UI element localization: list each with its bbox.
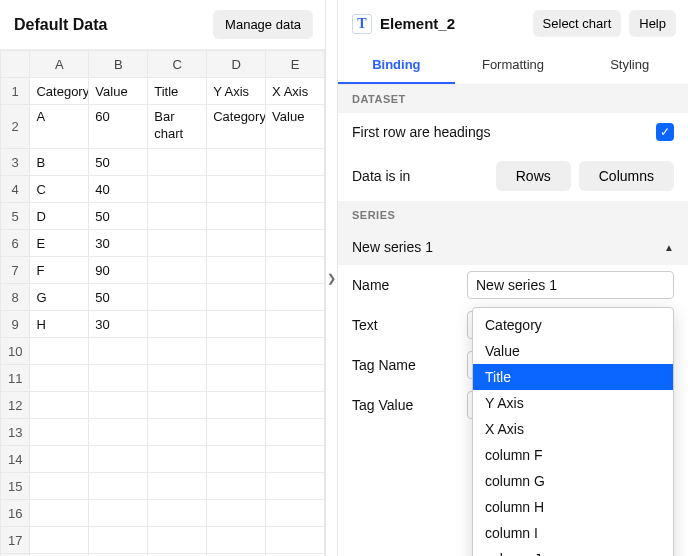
row-header[interactable]: 3 bbox=[1, 149, 30, 176]
seg-columns-button[interactable]: Columns bbox=[579, 161, 674, 191]
cell[interactable] bbox=[207, 149, 266, 176]
cell[interactable] bbox=[266, 419, 325, 446]
cell[interactable]: A bbox=[30, 105, 89, 149]
cell[interactable] bbox=[207, 392, 266, 419]
cell[interactable] bbox=[148, 527, 207, 554]
column-header[interactable]: A bbox=[30, 51, 89, 78]
cell[interactable]: G bbox=[30, 284, 89, 311]
dropdown-option[interactable]: Category bbox=[473, 312, 673, 338]
cell[interactable] bbox=[30, 473, 89, 500]
cell[interactable] bbox=[207, 365, 266, 392]
cell[interactable] bbox=[207, 203, 266, 230]
cell[interactable]: E bbox=[30, 230, 89, 257]
cell[interactable] bbox=[89, 446, 148, 473]
dropdown-option[interactable]: Y Axis bbox=[473, 390, 673, 416]
cell[interactable] bbox=[89, 365, 148, 392]
cell[interactable] bbox=[207, 230, 266, 257]
spreadsheet[interactable]: ABCDE 1CategoryValueTitleY AxisX Axis2A6… bbox=[0, 49, 325, 556]
cell[interactable] bbox=[207, 500, 266, 527]
cell[interactable]: Category bbox=[207, 105, 266, 149]
row-header[interactable]: 8 bbox=[1, 284, 30, 311]
cell[interactable]: Bar chart bbox=[148, 105, 207, 149]
cell[interactable] bbox=[266, 473, 325, 500]
cell[interactable] bbox=[266, 311, 325, 338]
cell[interactable] bbox=[266, 446, 325, 473]
cell[interactable]: X Axis bbox=[266, 78, 325, 105]
collapse-handle[interactable]: ❯ bbox=[327, 260, 337, 296]
cell[interactable] bbox=[266, 203, 325, 230]
series-name-input[interactable]: New series 1 bbox=[467, 271, 674, 299]
cell[interactable] bbox=[30, 338, 89, 365]
cell[interactable] bbox=[148, 500, 207, 527]
cell[interactable]: 40 bbox=[89, 176, 148, 203]
cell[interactable] bbox=[89, 527, 148, 554]
cell[interactable] bbox=[266, 500, 325, 527]
column-header[interactable]: C bbox=[148, 51, 207, 78]
cell[interactable]: 50 bbox=[89, 203, 148, 230]
cell[interactable] bbox=[148, 365, 207, 392]
cell[interactable] bbox=[266, 338, 325, 365]
row-header[interactable]: 9 bbox=[1, 311, 30, 338]
cell[interactable] bbox=[148, 392, 207, 419]
dropdown-option[interactable]: column F bbox=[473, 442, 673, 468]
cell[interactable]: Title bbox=[148, 78, 207, 105]
cell[interactable]: 60 bbox=[89, 105, 148, 149]
panel-divider[interactable]: ❯ bbox=[326, 0, 338, 556]
row-header[interactable]: 11 bbox=[1, 365, 30, 392]
row-header[interactable]: 6 bbox=[1, 230, 30, 257]
cell[interactable] bbox=[207, 446, 266, 473]
column-header[interactable]: E bbox=[266, 51, 325, 78]
row-header[interactable]: 10 bbox=[1, 338, 30, 365]
cell[interactable]: B bbox=[30, 149, 89, 176]
dropdown-option[interactable]: X Axis bbox=[473, 416, 673, 442]
cell[interactable] bbox=[207, 527, 266, 554]
cell[interactable] bbox=[148, 203, 207, 230]
cell[interactable]: H bbox=[30, 311, 89, 338]
row-header[interactable]: 1 bbox=[1, 78, 30, 105]
row-header[interactable]: 7 bbox=[1, 257, 30, 284]
cell[interactable] bbox=[30, 365, 89, 392]
cell[interactable]: 50 bbox=[89, 284, 148, 311]
first-row-headings-checkbox[interactable]: ✓ bbox=[656, 123, 674, 141]
row-header[interactable]: 4 bbox=[1, 176, 30, 203]
cell[interactable] bbox=[266, 230, 325, 257]
row-header[interactable]: 17 bbox=[1, 527, 30, 554]
series-collapse-header[interactable]: New series 1 ▲ bbox=[338, 229, 688, 265]
tab-styling[interactable]: Styling bbox=[571, 47, 688, 84]
cell[interactable] bbox=[207, 419, 266, 446]
dropdown-option[interactable]: column G bbox=[473, 468, 673, 494]
cell[interactable]: F bbox=[30, 257, 89, 284]
cell[interactable]: D bbox=[30, 203, 89, 230]
text-field-dropdown[interactable]: CategoryValueTitleY AxisX Axiscolumn Fco… bbox=[472, 307, 674, 556]
cell[interactable] bbox=[30, 392, 89, 419]
cell[interactable] bbox=[207, 284, 266, 311]
row-header[interactable]: 14 bbox=[1, 446, 30, 473]
cell[interactable] bbox=[89, 338, 148, 365]
column-header[interactable]: D bbox=[207, 51, 266, 78]
tab-binding[interactable]: Binding bbox=[338, 47, 455, 84]
cell[interactable] bbox=[207, 473, 266, 500]
cell[interactable] bbox=[89, 392, 148, 419]
cell[interactable] bbox=[148, 149, 207, 176]
cell[interactable] bbox=[266, 284, 325, 311]
cell[interactable]: 50 bbox=[89, 149, 148, 176]
cell[interactable] bbox=[148, 176, 207, 203]
help-button[interactable]: Help bbox=[629, 10, 676, 37]
cell[interactable] bbox=[266, 392, 325, 419]
cell[interactable]: 30 bbox=[89, 311, 148, 338]
cell[interactable] bbox=[148, 419, 207, 446]
dropdown-option[interactable]: column J bbox=[473, 546, 673, 556]
manage-data-button[interactable]: Manage data bbox=[213, 10, 313, 39]
row-header[interactable]: 5 bbox=[1, 203, 30, 230]
cell[interactable]: C bbox=[30, 176, 89, 203]
cell[interactable] bbox=[89, 500, 148, 527]
cell[interactable] bbox=[30, 419, 89, 446]
column-header[interactable]: B bbox=[89, 51, 148, 78]
row-header[interactable]: 2 bbox=[1, 105, 30, 149]
cell[interactable] bbox=[266, 527, 325, 554]
cell[interactable] bbox=[30, 500, 89, 527]
row-header[interactable]: 13 bbox=[1, 419, 30, 446]
cell[interactable]: 30 bbox=[89, 230, 148, 257]
dropdown-option[interactable]: Value bbox=[473, 338, 673, 364]
row-header[interactable]: 15 bbox=[1, 473, 30, 500]
